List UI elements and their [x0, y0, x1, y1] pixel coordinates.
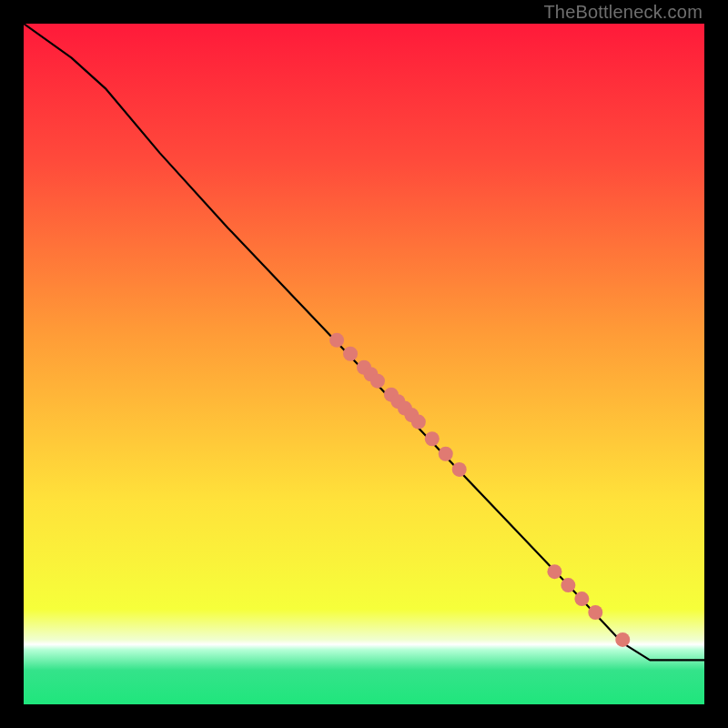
data-marker — [615, 632, 630, 647]
data-marker — [452, 462, 467, 477]
data-marker — [425, 431, 440, 446]
plot-area — [24, 24, 704, 704]
data-marker — [574, 592, 589, 606]
watermark-text: TheBottleneck.com — [543, 2, 703, 23]
data-marker — [329, 333, 344, 348]
data-marker — [561, 578, 575, 592]
plot-svg — [24, 24, 704, 704]
chart-stage: TheBottleneck.com — [0, 0, 728, 728]
data-marker — [411, 415, 426, 430]
curve-line — [24, 24, 704, 660]
data-marker — [439, 447, 453, 461]
data-marker — [547, 564, 561, 579]
data-marker — [370, 374, 385, 389]
data-marker — [343, 347, 358, 361]
data-marker — [588, 605, 602, 620]
